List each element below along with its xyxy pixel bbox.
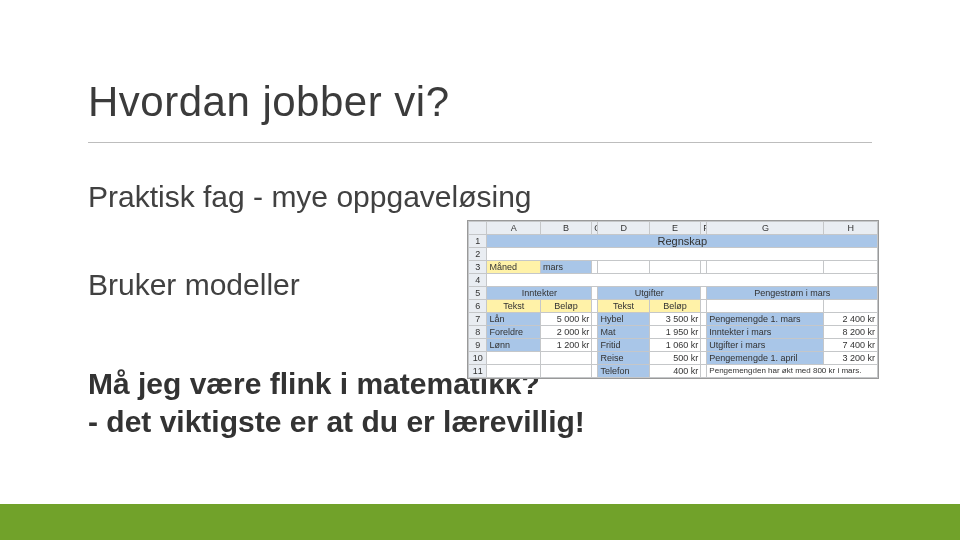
cell-month-value: mars [540,261,591,274]
rowhead-4: 4 [469,274,487,287]
g3 [707,261,824,274]
paragraph-2: Bruker modeller [88,268,300,302]
row-10: 10 Reise 500 kr Pengemengde 1. april 3 2… [469,352,878,365]
row-1: 1 Regnskap [469,235,878,248]
row-3: 3 Måned mars [469,261,878,274]
col-B: B [540,222,591,235]
d11: Telefon [598,365,649,378]
e3 [649,261,700,274]
row-8: 8 Foreldre 2 000 kr Mat 1 950 kr Inntekt… [469,326,878,339]
g6 [707,300,824,313]
h3 [824,261,878,274]
rowhead-6: 6 [469,300,487,313]
b10 [540,352,591,365]
col-E: E [649,222,700,235]
rowhead-3: 3 [469,261,487,274]
row-11: 11 Telefon 400 kr Pengemengden har økt m… [469,365,878,378]
h7: 2 400 kr [824,313,878,326]
b7: 5 000 kr [540,313,591,326]
row-6: 6 Tekst Beløp Tekst Beløp [469,300,878,313]
cell-month-label: Måned [487,261,540,274]
d10: Reise [598,352,649,365]
section-inntekter: Inntekter [487,287,592,300]
paragraph-1: Praktisk fag - mye oppgaveløsing [88,180,532,214]
paragraph-4-answer: - det viktigste er at du er lærevillig! [88,405,585,439]
col-D: D [598,222,649,235]
col-G: G [707,222,824,235]
g7: Pengemengde 1. mars [707,313,824,326]
row4-cells [487,274,878,287]
row-9: 9 Lønn 1 200 kr Fritid 1 060 kr Utgifter… [469,339,878,352]
g8: Inntekter i mars [707,326,824,339]
col-H: H [824,222,878,235]
col-header-row: A B C D E F G H [469,222,878,235]
rowhead-9: 9 [469,339,487,352]
row2-cells [487,248,878,261]
b11 [540,365,591,378]
row-5: 5 Inntekter Utgifter Pengestrøm i mars [469,287,878,300]
title-underline [88,142,872,143]
footer-bar [0,504,960,540]
sheet-title: Regnskap [487,235,878,248]
rowhead-11: 11 [469,365,487,378]
slide: Hvordan jobber vi? Praktisk fag - mye op… [0,0,960,540]
g9: Utgifter i mars [707,339,824,352]
section-pengestrom: Pengestrøm i mars [707,287,878,300]
rowhead-5: 5 [469,287,487,300]
rowhead-8: 8 [469,326,487,339]
h-tekst-2: Tekst [598,300,649,313]
g10: Pengemengde 1. april [707,352,824,365]
h9: 7 400 kr [824,339,878,352]
h-belop-2: Beløp [649,300,700,313]
rowhead-7: 7 [469,313,487,326]
rowhead-10: 10 [469,352,487,365]
d3 [598,261,649,274]
a10 [487,352,540,365]
e8: 1 950 kr [649,326,700,339]
corner-cell [469,222,487,235]
b9: 1 200 kr [540,339,591,352]
h-belop-1: Beløp [540,300,591,313]
row-7: 7 Lån 5 000 kr Hybel 3 500 kr Pengemengd… [469,313,878,326]
col-F: F [701,222,707,235]
d9: Fritid [598,339,649,352]
a9: Lønn [487,339,540,352]
h10: 3 200 kr [824,352,878,365]
d7: Hybel [598,313,649,326]
rowhead-2: 2 [469,248,487,261]
slide-title: Hvordan jobber vi? [88,78,450,126]
h-tekst-1: Tekst [487,300,540,313]
g11-note: Pengemengden har økt med 800 kr i mars. [707,365,878,378]
spreadsheet-table: A B C D E F G H 1 Regnskap 2 3 M [468,221,878,378]
e9: 1 060 kr [649,339,700,352]
section-utgifter: Utgifter [598,287,701,300]
b8: 2 000 kr [540,326,591,339]
row-4: 4 [469,274,878,287]
e10: 500 kr [649,352,700,365]
e7: 3 500 kr [649,313,700,326]
spreadsheet-image: A B C D E F G H 1 Regnskap 2 3 M [467,220,879,379]
col-A: A [487,222,540,235]
d8: Mat [598,326,649,339]
row-2: 2 [469,248,878,261]
a11 [487,365,540,378]
e11: 400 kr [649,365,700,378]
col-C: C [592,222,598,235]
h8: 8 200 kr [824,326,878,339]
a8: Foreldre [487,326,540,339]
rowhead-1: 1 [469,235,487,248]
a7: Lån [487,313,540,326]
h6 [824,300,878,313]
